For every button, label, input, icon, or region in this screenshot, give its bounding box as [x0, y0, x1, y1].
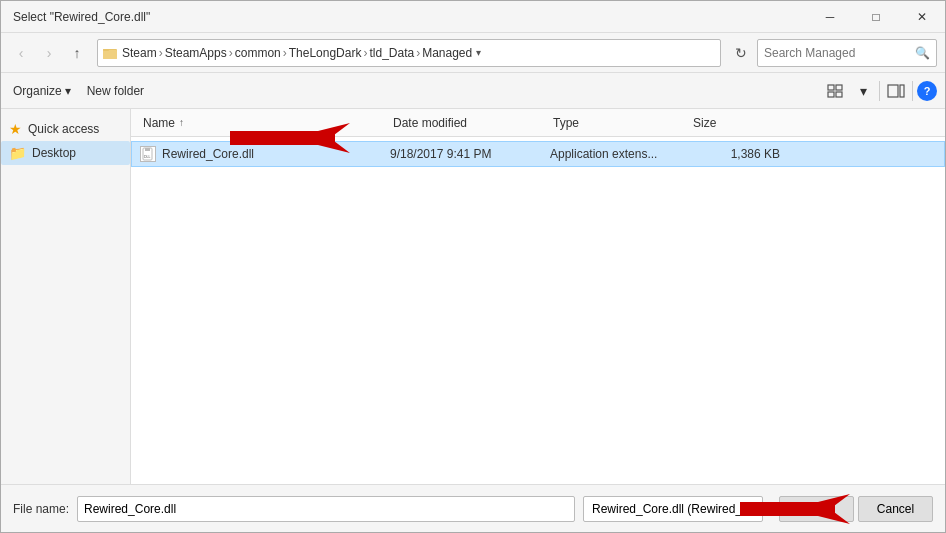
minimize-button[interactable]: ─ — [807, 1, 853, 33]
folder-icon-desktop: 📁 — [9, 145, 26, 161]
preview-pane-button[interactable] — [884, 79, 908, 103]
breadcrumb-steamapps[interactable]: SteamApps — [165, 46, 227, 60]
file-date: 9/18/2017 9:41 PM — [390, 147, 550, 161]
organize-button[interactable]: Organize ▾ — [9, 82, 75, 100]
breadcrumb-items: Steam › SteamApps › common › TheLongDark… — [122, 46, 472, 60]
maximize-button[interactable]: □ — [853, 1, 899, 33]
sidebar-item-quickaccess[interactable]: ★ Quick access — [1, 117, 130, 141]
svg-text:DLL: DLL — [144, 155, 150, 159]
breadcrumb-thelongdark[interactable]: TheLongDark — [289, 46, 362, 60]
svg-rect-4 — [836, 85, 842, 90]
cancel-label: Cancel — [877, 502, 914, 516]
svg-rect-1 — [103, 50, 117, 59]
file-list: DLL Rewired_Core.dll 9/18/2017 9:41 PM A… — [131, 137, 945, 484]
bottom-buttons: Open Cancel — [779, 496, 933, 522]
breadcrumb-steam[interactable]: Steam — [122, 46, 157, 60]
view-icon-grid[interactable] — [823, 79, 847, 103]
sidebar-item-desktop[interactable]: 📁 Desktop — [1, 141, 130, 165]
filetype-select[interactable]: Rewired_Core.dll (Rewired_Core — [583, 496, 763, 522]
bottom-bar: File name: Rewired_Core.dll (Rewired_Cor… — [1, 484, 945, 532]
titlebar: Select "Rewired_Core.dll" ─ □ ✕ — [1, 1, 945, 33]
breadcrumb-common[interactable]: common — [235, 46, 281, 60]
filename-input-wrap: Rewired_Core.dll (Rewired_Core — [77, 496, 763, 522]
file-list-header: Name ↑ Date modified Type Size — [131, 109, 945, 137]
filename-label: File name: — [13, 502, 69, 516]
svg-rect-5 — [828, 92, 834, 97]
breadcrumb-tlddata[interactable]: tld_Data — [369, 46, 414, 60]
svg-rect-3 — [828, 85, 834, 90]
search-box: 🔍 — [757, 39, 937, 67]
search-icon: 🔍 — [915, 46, 930, 60]
sidebar-item-quickaccess-label: Quick access — [28, 122, 99, 136]
dialog-title: Select "Rewired_Core.dll" — [13, 10, 150, 24]
view-dropdown-button[interactable]: ▾ — [851, 79, 875, 103]
back-button[interactable]: ‹ — [9, 41, 33, 65]
preview-pane-icon — [887, 84, 905, 98]
search-input[interactable] — [764, 46, 915, 60]
toolbar-separator2 — [912, 81, 913, 101]
grid-icon — [827, 84, 843, 98]
file-icon-svg: DLL — [141, 147, 155, 161]
sidebar: ★ Quick access 📁 Desktop — [1, 109, 131, 484]
up-button[interactable]: ↑ — [65, 41, 89, 65]
titlebar-controls: ─ □ ✕ — [807, 1, 945, 32]
forward-button[interactable]: › — [37, 41, 61, 65]
breadcrumb-folder-icon — [102, 45, 118, 61]
filename-input[interactable] — [77, 496, 575, 522]
breadcrumb-managed[interactable]: Managed — [422, 46, 472, 60]
file-area: Name ↑ Date modified Type Size — [131, 109, 945, 484]
sort-arrow: ↑ — [179, 117, 184, 128]
close-button[interactable]: ✕ — [899, 1, 945, 33]
open-label: Open — [802, 502, 831, 516]
nav-toolbar: ‹ › ↑ Steam › SteamApps › common › T — [1, 33, 945, 73]
col-header-size[interactable]: Size — [689, 116, 779, 130]
col-header-name[interactable]: Name ↑ — [139, 116, 389, 130]
file-name: Rewired_Core.dll — [162, 147, 254, 161]
col-header-type[interactable]: Type — [549, 116, 689, 130]
main-content: ★ Quick access 📁 Desktop Name ↑ D — [1, 109, 945, 484]
col-header-date[interactable]: Date modified — [389, 116, 549, 130]
svg-rect-2 — [103, 49, 109, 51]
svg-rect-10 — [145, 148, 150, 151]
dll-file-icon: DLL — [140, 146, 156, 162]
svg-rect-8 — [900, 85, 904, 97]
new-folder-label: New folder — [87, 84, 144, 98]
refresh-button[interactable]: ↻ — [729, 41, 753, 65]
breadcrumb-bar[interactable]: Steam › SteamApps › common › TheLongDark… — [97, 39, 721, 67]
svg-rect-7 — [888, 85, 898, 97]
organize-label: Organize — [13, 84, 62, 98]
open-button[interactable]: Open — [779, 496, 854, 522]
sidebar-item-desktop-label: Desktop — [32, 146, 76, 160]
toolbar-separator — [879, 81, 880, 101]
toolbar2-right: ▾ ? — [823, 79, 937, 103]
star-icon: ★ — [9, 121, 22, 137]
table-row[interactable]: DLL Rewired_Core.dll 9/18/2017 9:41 PM A… — [131, 141, 945, 167]
breadcrumb-dropdown-icon[interactable]: ▾ — [476, 47, 481, 58]
file-name-cell: DLL Rewired_Core.dll — [140, 146, 390, 162]
file-size: 1,386 KB — [690, 147, 780, 161]
organize-toolbar: Organize ▾ New folder ▾ — [1, 73, 945, 109]
new-folder-button[interactable]: New folder — [83, 82, 148, 100]
help-button[interactable]: ? — [917, 81, 937, 101]
organize-dropdown-icon: ▾ — [65, 84, 71, 98]
svg-rect-6 — [836, 92, 842, 97]
cancel-button[interactable]: Cancel — [858, 496, 933, 522]
file-type: Application extens... — [550, 147, 690, 161]
